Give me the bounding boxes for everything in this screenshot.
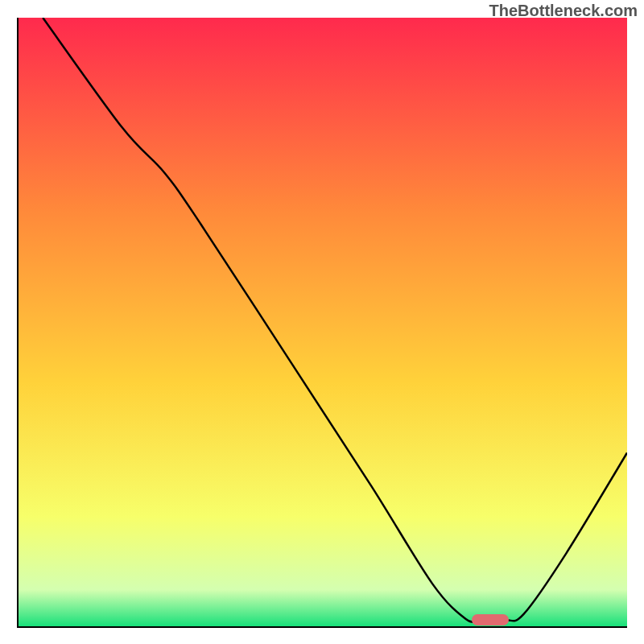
optimum-marker	[472, 614, 509, 625]
watermark-text: TheBottleneck.com	[489, 2, 638, 20]
chart-axes	[17, 18, 627, 628]
chart-svg	[19, 18, 627, 626]
gradient-background	[19, 18, 627, 626]
chart-plot-area	[19, 18, 627, 626]
